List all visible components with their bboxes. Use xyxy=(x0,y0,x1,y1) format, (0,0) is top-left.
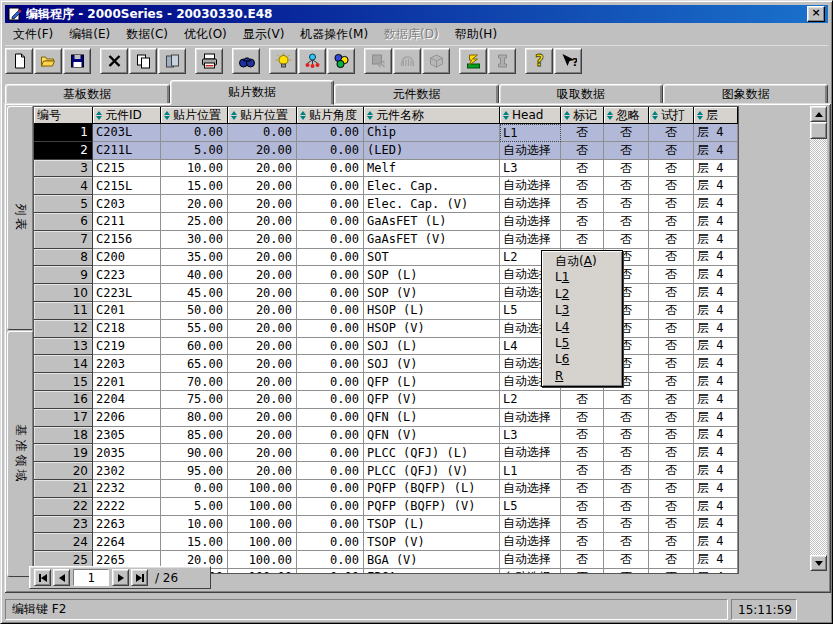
cell-part-name[interactable]: PQFP (BQFP) (L) xyxy=(364,480,500,498)
cell-place-angle[interactable]: 0.00 xyxy=(297,177,364,195)
cell-head[interactable]: 自动选择 xyxy=(500,480,561,498)
cell-trial[interactable]: 否 xyxy=(649,498,694,516)
cell-part-id[interactable]: 2305 xyxy=(93,427,161,445)
cell-trial[interactable]: 否 xyxy=(649,569,694,574)
cell-place-y[interactable]: 20.00 xyxy=(228,249,297,267)
cell-layer[interactable]: 层 4 xyxy=(694,355,738,373)
toolbar-delete-button[interactable] xyxy=(100,48,128,74)
cell-place-y[interactable]: 20.00 xyxy=(228,444,297,462)
cell-layer[interactable]: 层 4 xyxy=(694,498,738,516)
toolbar-sequence-button[interactable] xyxy=(298,48,326,74)
cell-place-angle[interactable]: 0.00 xyxy=(297,516,364,534)
cell-place-y[interactable]: 20.00 xyxy=(228,373,297,391)
toolbar-save-button[interactable] xyxy=(63,48,91,74)
head-dropdown-item[interactable]: L6 xyxy=(542,351,622,367)
cell-trial[interactable]: 否 xyxy=(649,373,694,391)
column-header-place-x[interactable]: 贴片位置 xyxy=(161,107,228,124)
head-dropdown-item[interactable]: L4 xyxy=(542,319,622,335)
cell-ignore[interactable]: 否 xyxy=(604,124,649,142)
cell-part-name[interactable]: (LED) xyxy=(364,142,500,160)
cell-trial[interactable]: 否 xyxy=(649,231,694,249)
cell-place-y[interactable]: 20.00 xyxy=(228,213,297,231)
cell-ignore[interactable]: 否 xyxy=(604,462,649,480)
toolbar-new-document-button[interactable] xyxy=(5,48,33,74)
cell-place-angle[interactable]: 0.00 xyxy=(297,569,364,574)
record-number-input[interactable] xyxy=(73,569,109,586)
column-header-place-angle[interactable]: 贴片角度 xyxy=(297,107,364,124)
cell-part-name[interactable]: HSOP (V) xyxy=(364,320,500,338)
cell-place-y[interactable]: 100.00 xyxy=(228,569,297,574)
cell-place-x[interactable]: 70.00 xyxy=(161,373,228,391)
cell-part-id[interactable]: C215 xyxy=(93,160,161,178)
toolbar-machine-tool-3-button[interactable] xyxy=(422,48,450,74)
head-dropdown-item[interactable]: R xyxy=(542,368,622,384)
side-tab-list[interactable]: 列表 xyxy=(7,106,33,330)
cell-layer[interactable]: 层 4 xyxy=(694,516,738,534)
cell-ignore[interactable]: 否 xyxy=(604,569,649,574)
cell-layer[interactable]: 层 4 xyxy=(694,373,738,391)
cell-ignore[interactable]: 否 xyxy=(604,391,649,409)
cell-layer[interactable]: 层 4 xyxy=(694,231,738,249)
column-header-mark[interactable]: 标记 xyxy=(561,107,604,124)
cell-layer[interactable]: 层 4 xyxy=(694,391,738,409)
cell-trial[interactable]: 否 xyxy=(649,533,694,551)
cell-mark[interactable]: 否 xyxy=(561,213,604,231)
cell-place-y[interactable]: 20.00 xyxy=(228,320,297,338)
cell-head[interactable]: 自动选择 xyxy=(500,195,561,213)
cell-layer[interactable]: 层 4 xyxy=(694,302,738,320)
cell-place-x[interactable]: 40.00 xyxy=(161,266,228,284)
toolbar-open-file-button[interactable] xyxy=(34,48,62,74)
tab-image-data[interactable]: 图象数据 xyxy=(663,84,828,104)
cell-layer[interactable]: 层 4 xyxy=(694,124,738,142)
cell-mark[interactable]: 否 xyxy=(561,195,604,213)
cell-trial[interactable]: 否 xyxy=(649,427,694,445)
cell-place-y[interactable]: 100.00 xyxy=(228,533,297,551)
menu-file[interactable]: 文件(F) xyxy=(5,24,61,45)
cell-place-x[interactable]: 5.00 xyxy=(161,142,228,160)
cell-head[interactable]: 自动选择 xyxy=(500,409,561,427)
cell-mark[interactable]: 否 xyxy=(561,409,604,427)
cell-place-y[interactable]: 20.00 xyxy=(228,142,297,160)
cell-part-id[interactable]: 2035 xyxy=(93,444,161,462)
cell-mark[interactable]: 否 xyxy=(561,142,604,160)
cell-layer[interactable]: 层 4 xyxy=(694,444,738,462)
cell-place-angle[interactable]: 0.00 xyxy=(297,551,364,569)
cell-place-angle[interactable]: 0.00 xyxy=(297,533,364,551)
cell-place-x[interactable]: 20.00 xyxy=(161,195,228,213)
cell-part-name[interactable]: SOP (V) xyxy=(364,284,500,302)
cell-trial[interactable]: 否 xyxy=(649,195,694,213)
cell-part-id[interactable]: C203 xyxy=(93,195,161,213)
last-record-button[interactable] xyxy=(131,569,148,586)
cell-part-name[interactable]: SOT xyxy=(364,249,500,267)
cell-place-angle[interactable]: 0.00 xyxy=(297,355,364,373)
cell-ignore[interactable]: 否 xyxy=(604,427,649,445)
cell-place-y[interactable]: 100.00 xyxy=(228,498,297,516)
cell-part-name[interactable]: GaAsFET (L) xyxy=(364,213,500,231)
close-button[interactable]: × xyxy=(807,6,825,22)
cell-place-x[interactable]: 85.00 xyxy=(161,427,228,445)
tab-pickup-data[interactable]: 吸取数据 xyxy=(499,84,664,104)
menu-optimize[interactable]: 优化(O) xyxy=(176,24,235,45)
cell-trial[interactable]: 否 xyxy=(649,124,694,142)
column-header-head[interactable]: Head xyxy=(500,107,561,124)
cell-layer[interactable]: 层 4 xyxy=(694,266,738,284)
cell-part-name[interactable]: QFP (V) xyxy=(364,391,500,409)
head-dropdown-item[interactable]: 自动(A) xyxy=(542,253,622,269)
cell-mark[interactable]: 否 xyxy=(561,177,604,195)
cell-place-angle[interactable]: 0.00 xyxy=(297,427,364,445)
toolbar-help-button[interactable]: ? xyxy=(525,48,553,74)
cell-head[interactable]: L1 xyxy=(500,124,561,142)
cell-part-id[interactable]: C223 xyxy=(93,266,161,284)
head-dropdown-item[interactable]: L3 xyxy=(542,302,622,318)
cell-layer[interactable]: 层 4 xyxy=(694,195,738,213)
cell-head[interactable]: L5 xyxy=(500,498,561,516)
cell-place-y[interactable]: 0.00 xyxy=(228,124,297,142)
cell-part-id[interactable]: C211L xyxy=(93,142,161,160)
cell-mark[interactable]: 否 xyxy=(561,160,604,178)
cell-part-id[interactable]: C219 xyxy=(93,338,161,356)
toolbar-find-button[interactable] xyxy=(232,48,260,74)
cell-part-name[interactable]: SOJ (L) xyxy=(364,338,500,356)
cell-layer[interactable]: 层 4 xyxy=(694,284,738,302)
cell-part-name[interactable]: Elec. Cap. (V) xyxy=(364,195,500,213)
menu-edit[interactable]: 编辑(E) xyxy=(61,24,118,45)
